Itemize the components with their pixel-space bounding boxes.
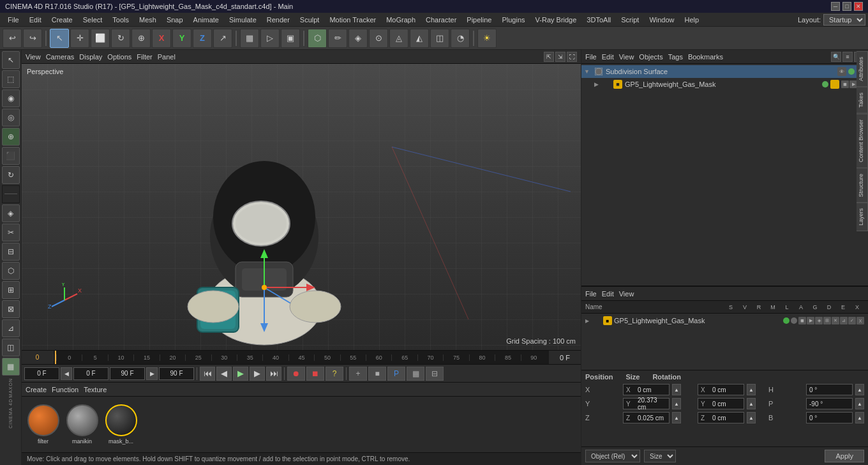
axis-z-btn[interactable]: Z xyxy=(193,29,212,48)
end-frame-field-2[interactable]: 90 F xyxy=(159,367,194,380)
camera-btn[interactable]: ◫ xyxy=(430,29,449,48)
obj-menu-bookmarks[interactable]: Bookmarks xyxy=(688,53,723,61)
light-btn[interactable]: ◔ xyxy=(451,29,470,48)
tr-rot-b-arr[interactable]: ▲ xyxy=(855,412,864,423)
select-all-btn[interactable]: ↖ xyxy=(2,51,20,69)
vp-ctrl-1[interactable]: ⇱ xyxy=(544,52,554,62)
vp-menu-panel[interactable]: Panel xyxy=(158,53,176,61)
menu-select[interactable]: Select xyxy=(78,15,108,25)
obj-menu-edit[interactable]: Edit xyxy=(602,53,614,61)
frame-next-arrow[interactable]: ▶ xyxy=(146,367,158,380)
vp-menu-view[interactable]: View xyxy=(26,53,41,61)
tr-rot-p-field[interactable]: -90 ° xyxy=(806,398,853,409)
maximize-btn[interactable]: □ xyxy=(842,2,851,11)
tr-size-z-field[interactable]: Z 0 cm xyxy=(698,412,744,423)
menu-plugins[interactable]: Plugins xyxy=(497,15,530,25)
menu-3dtoall[interactable]: 3DToAll xyxy=(581,15,616,25)
spline-btn[interactable]: ⊙ xyxy=(369,29,388,48)
transport-record[interactable]: ⏺ xyxy=(287,367,305,381)
tr-pos-y-arr[interactable]: ▲ xyxy=(672,398,681,409)
axis-y-btn[interactable]: Y xyxy=(172,29,191,48)
obj-item-subdivision[interactable]: ▼ Subdivision Surface 👁 ✓ xyxy=(581,65,868,78)
rotate-tool-btn[interactable]: ↻ xyxy=(111,29,130,48)
obj-item-gas-mask[interactable]: ▶ ■ GP5_Lightweight_Gas_Mask ◼ ▶ ⊞ xyxy=(581,78,868,91)
transport-step-back[interactable]: ◀ xyxy=(216,367,232,381)
subdiv-vis-icon[interactable]: 👁 xyxy=(837,67,846,76)
timeline-section[interactable]: 0 0 5 10 15 20 25 30 35 40 45 50 55 60 6… xyxy=(22,350,581,364)
move-btn[interactable]: ⊕ xyxy=(2,128,20,146)
transport-key1[interactable]: + xyxy=(349,367,367,381)
move-tool-btn[interactable]: ✛ xyxy=(70,29,89,48)
prop-item-gas-mask[interactable]: ▶ ■ GP5_Lightweight_Gas_Mask ◼ ▶ ◈ ⊞ ✕ ⊿ xyxy=(581,314,868,328)
mat-menu-function[interactable]: Function xyxy=(52,386,79,393)
menu-snap[interactable]: Snap xyxy=(161,15,188,25)
vp-ctrl-2[interactable]: ⇲ xyxy=(555,52,565,62)
undo-btn[interactable]: ↩ xyxy=(3,29,22,48)
mat-menu-texture[interactable]: Texture xyxy=(84,386,107,393)
prop-menu-file[interactable]: File xyxy=(585,290,597,298)
floor-btn[interactable]: ▦ xyxy=(2,358,20,376)
material-item-filter[interactable]: filter xyxy=(26,404,61,445)
tr-rot-h-field[interactable]: 0 ° xyxy=(806,384,853,395)
menu-file[interactable]: File xyxy=(3,15,24,25)
box-btn[interactable]: ⬡ xyxy=(308,29,327,48)
menu-sculpt[interactable]: Sculpt xyxy=(295,15,325,25)
menu-edit[interactable]: Edit xyxy=(24,15,47,25)
right-tab-content-browser[interactable]: Content Browser xyxy=(857,114,868,168)
tr-size-y-field[interactable]: Y 0 cm xyxy=(698,398,744,409)
menu-tools[interactable]: Tools xyxy=(107,15,134,25)
render-region-btn[interactable]: ▦ xyxy=(240,29,259,48)
menu-render[interactable]: Render xyxy=(262,15,295,25)
material-item-mask[interactable]: mask_b... xyxy=(103,404,138,445)
nurbs-btn[interactable]: ◬ xyxy=(389,29,408,48)
live-sel-btn[interactable]: ◎ xyxy=(2,109,20,126)
right-tab-layers[interactable]: Layers xyxy=(857,202,868,231)
transport-to-end[interactable]: ⏭ xyxy=(266,367,281,381)
mirror-btn[interactable]: ⊞ xyxy=(2,281,20,299)
menu-animate[interactable]: Animate xyxy=(188,15,224,25)
transport-stop[interactable]: ⏹ xyxy=(306,367,324,381)
lasso-btn[interactable]: ⬚ xyxy=(2,70,20,88)
paint-btn[interactable]: ⬡ xyxy=(2,262,20,280)
layout-dropdown[interactable]: Startup xyxy=(823,14,865,26)
timeline-numbers[interactable]: 0 5 10 15 20 25 30 35 40 45 50 55 60 65 … xyxy=(54,351,549,364)
prop-expand-arrow[interactable]: ▶ xyxy=(585,318,592,324)
bridge-btn[interactable]: ⊟ xyxy=(2,243,20,261)
rotate-btn[interactable]: ↻ xyxy=(2,166,20,184)
transport-play[interactable]: ▶ xyxy=(233,367,248,381)
menu-mograph[interactable]: MoGraph xyxy=(381,15,421,25)
vp-menu-filter[interactable]: Filter xyxy=(137,53,152,61)
apply-button[interactable]: Apply xyxy=(825,450,864,462)
obj-menu-file[interactable]: File xyxy=(585,53,597,61)
menu-create[interactable]: Create xyxy=(47,15,78,25)
current-frame-field[interactable]: 0 F xyxy=(24,367,59,380)
tr-rot-b-field[interactable]: 0 ° xyxy=(806,412,853,423)
tr-pos-x-arr[interactable]: ▲ xyxy=(672,384,681,395)
obj-expand-subdivision[interactable]: ▼ xyxy=(584,68,592,75)
render-play-btn[interactable]: ▷ xyxy=(260,29,280,48)
tr-rot-h-arr[interactable]: ▲ xyxy=(855,384,864,395)
vp-ctrl-3[interactable]: ⛶ xyxy=(567,52,577,62)
transport-question[interactable]: ? xyxy=(326,367,343,381)
timeline-playhead[interactable] xyxy=(55,351,56,364)
transport-key2[interactable]: ■ xyxy=(368,367,386,381)
prop-menu-edit[interactable]: Edit xyxy=(602,290,614,298)
menu-script[interactable]: Script xyxy=(616,15,644,25)
right-tab-takes[interactable]: Takes xyxy=(857,87,868,114)
vp-menu-cameras[interactable]: Cameras xyxy=(46,53,75,61)
tr-size-z-arr[interactable]: ▲ xyxy=(747,412,756,423)
render-stop-btn[interactable]: ▣ xyxy=(281,29,300,48)
deform-btn[interactable]: ◭ xyxy=(410,29,429,48)
obj-menu-view[interactable]: View xyxy=(619,53,634,61)
transport-key5[interactable]: ⊟ xyxy=(426,367,444,381)
axis-x-btn[interactable]: X xyxy=(152,29,171,48)
tr-size-y-arr[interactable]: ▲ xyxy=(747,398,756,409)
obj-expand-gasmask[interactable]: ▶ xyxy=(594,81,602,88)
minimize-btn[interactable]: ─ xyxy=(831,2,840,11)
scale-tool-btn[interactable]: ⬜ xyxy=(91,29,110,48)
transport-key3[interactable]: P xyxy=(387,367,405,381)
pen-btn[interactable]: ✏ xyxy=(328,29,347,48)
tr-size-x-arr[interactable]: ▲ xyxy=(747,384,756,395)
spline-side-btn[interactable]: ⊿ xyxy=(2,319,20,337)
object-rel-select[interactable]: Object (Rel) Object (Abs) World xyxy=(585,450,640,462)
